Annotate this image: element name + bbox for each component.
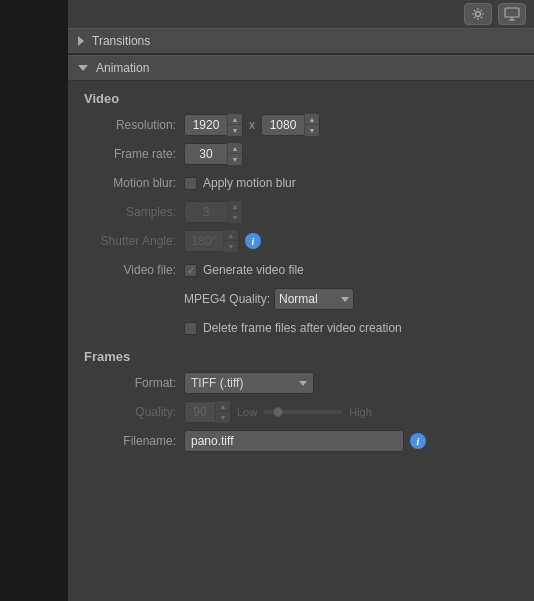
mpeg4-dropdown-arrow <box>341 297 349 302</box>
resolution-height-down[interactable]: ▼ <box>305 125 319 136</box>
quality-spinbox[interactable]: ▲ ▼ <box>184 401 231 423</box>
format-dropdown[interactable]: TIFF (.tiff) <box>184 372 314 394</box>
filename-label: Filename: <box>84 434 184 448</box>
motion-blur-label: Motion blur: <box>84 176 184 190</box>
samples-input[interactable] <box>185 205 227 219</box>
filename-info-button[interactable]: i <box>410 433 426 449</box>
shutter-angle-spinbox[interactable]: ▲ ▼ <box>184 230 239 252</box>
quality-slider-thumb <box>273 407 283 417</box>
gear-icon[interactable] <box>464 3 492 25</box>
resolution-label: Resolution: <box>84 118 184 132</box>
format-row: Format: TIFF (.tiff) <box>84 372 518 394</box>
transitions-header[interactable]: Transitions <box>68 28 534 54</box>
slider-high-label: High <box>349 406 372 418</box>
generate-video-checkbox[interactable] <box>184 264 197 277</box>
frame-rate-row: Frame rate: ▲ ▼ <box>84 143 518 165</box>
delete-frames-checkbox[interactable] <box>184 322 197 335</box>
quality-row: Quality: ▲ ▼ Low High <box>84 401 518 423</box>
resolution-row: Resolution: ▲ ▼ x ▲ ▼ <box>84 114 518 136</box>
resolution-height-up[interactable]: ▲ <box>305 114 319 125</box>
resolution-width-down[interactable]: ▼ <box>228 125 242 136</box>
resolution-height-spinbox[interactable]: ▲ ▼ <box>261 114 320 136</box>
keyboard-strip <box>0 0 68 601</box>
delete-frames-text: Delete frame files after video creation <box>203 321 402 335</box>
animation-content: Video Resolution: ▲ ▼ x ▲ ▼ Frame <box>68 81 534 471</box>
resolution-width-up[interactable]: ▲ <box>228 114 242 125</box>
quality-up[interactable]: ▲ <box>216 401 230 412</box>
format-value: TIFF (.tiff) <box>191 376 243 390</box>
quality-label: Quality: <box>84 405 184 419</box>
filename-row: Filename: i <box>84 430 518 452</box>
format-label: Format: <box>84 376 184 390</box>
transitions-arrow <box>78 36 84 46</box>
shutter-info-button[interactable]: i <box>245 233 261 249</box>
shutter-angle-up[interactable]: ▲ <box>224 230 238 241</box>
monitor-icon[interactable] <box>498 3 526 25</box>
samples-row: Samples: ▲ ▼ <box>84 201 518 223</box>
quality-arrows: ▲ ▼ <box>215 401 230 423</box>
delete-frames-checkbox-row: Delete frame files after video creation <box>184 321 402 335</box>
times-sign: x <box>249 118 255 132</box>
resolution-height-input[interactable] <box>262 118 304 132</box>
frame-rate-spinbox[interactable]: ▲ ▼ <box>184 143 243 165</box>
generate-video-row: Generate video file <box>184 263 304 277</box>
generate-video-text: Generate video file <box>203 263 304 277</box>
mpeg4-quality-row: MPEG4 Quality: Normal <box>184 288 518 310</box>
shutter-angle-down[interactable]: ▼ <box>224 241 238 252</box>
samples-label: Samples: <box>84 205 184 219</box>
slider-low-label: Low <box>237 406 257 418</box>
quality-down[interactable]: ▼ <box>216 412 230 423</box>
frame-rate-down[interactable]: ▼ <box>228 154 242 165</box>
motion-blur-checkbox[interactable] <box>184 177 197 190</box>
resolution-width-spinbox[interactable]: ▲ ▼ <box>184 114 243 136</box>
frames-group-label: Frames <box>84 349 518 364</box>
samples-up[interactable]: ▲ <box>228 201 242 212</box>
shutter-angle-controls: ▲ ▼ i <box>184 230 261 252</box>
shutter-angle-input[interactable] <box>185 234 223 248</box>
frame-rate-input[interactable] <box>185 147 227 161</box>
video-file-row: Video file: Generate video file <box>84 259 518 281</box>
format-dropdown-arrow <box>299 381 307 386</box>
frame-rate-up[interactable]: ▲ <box>228 143 242 154</box>
main-panel: Transitions Animation Video Resolution: … <box>68 0 534 601</box>
mpeg4-quality-value: Normal <box>279 292 318 306</box>
quality-slider-container: ▲ ▼ Low High <box>184 401 372 423</box>
svg-rect-1 <box>505 8 519 17</box>
resolution-width-arrows: ▲ ▼ <box>227 114 242 136</box>
animation-title: Animation <box>96 61 149 75</box>
shutter-angle-arrows: ▲ ▼ <box>223 230 238 252</box>
delete-frames-row: Delete frame files after video creation <box>184 317 518 339</box>
frame-rate-arrows: ▲ ▼ <box>227 143 242 165</box>
resolution-width-input[interactable] <box>185 118 227 132</box>
shutter-angle-label: Shutter Angle: <box>84 234 184 248</box>
top-bar <box>68 0 534 28</box>
frame-rate-label: Frame rate: <box>84 147 184 161</box>
quality-slider-track[interactable] <box>263 410 343 414</box>
mpeg4-quality-label: MPEG4 Quality: <box>184 292 270 306</box>
resolution-height-arrows: ▲ ▼ <box>304 114 319 136</box>
shutter-angle-row: Shutter Angle: ▲ ▼ i <box>84 230 518 252</box>
video-file-label: Video file: <box>84 263 184 277</box>
mpeg4-quality-dropdown[interactable]: Normal <box>274 288 354 310</box>
samples-arrows: ▲ ▼ <box>227 201 242 223</box>
apply-motion-blur-text: Apply motion blur <box>203 176 296 190</box>
animation-header[interactable]: Animation <box>68 55 534 81</box>
samples-down[interactable]: ▼ <box>228 212 242 223</box>
transitions-title: Transitions <box>92 34 150 48</box>
motion-blur-row: Motion blur: Apply motion blur <box>84 172 518 194</box>
animation-arrow <box>78 65 88 71</box>
video-group-label: Video <box>84 91 518 106</box>
quality-input[interactable] <box>185 405 215 419</box>
svg-point-0 <box>476 12 481 17</box>
filename-input[interactable] <box>184 430 404 452</box>
samples-spinbox[interactable]: ▲ ▼ <box>184 201 243 223</box>
motion-blur-checkbox-row: Apply motion blur <box>184 176 296 190</box>
